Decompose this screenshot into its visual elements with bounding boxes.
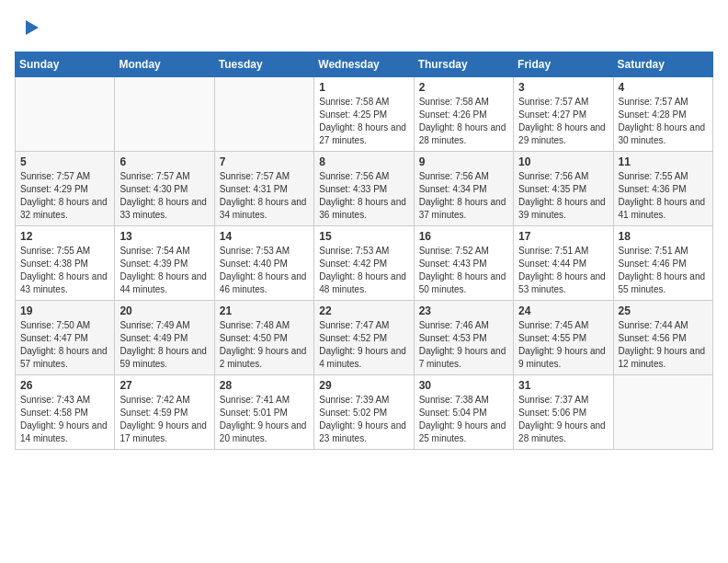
- daylight-text: Daylight: 9 hours and 17 minutes.: [119, 420, 207, 443]
- day-number: 24: [518, 304, 608, 317]
- sunrise-text: Sunrise: 7:52 AM: [419, 246, 489, 256]
- day-number: 3: [518, 81, 608, 94]
- sunrise-text: Sunrise: 7:51 AM: [518, 246, 588, 256]
- sunset-text: Sunset: 4:39 PM: [119, 259, 188, 269]
- day-number: 22: [319, 304, 408, 317]
- calendar-cell: 12Sunrise: 7:55 AMSunset: 4:38 PMDayligh…: [16, 226, 115, 301]
- calendar-cell: 1Sunrise: 7:58 AMSunset: 4:25 PMDaylight…: [314, 77, 414, 152]
- day-number: 7: [220, 155, 309, 168]
- day-number: 31: [518, 379, 608, 392]
- daylight-text: Daylight: 8 hours and 50 minutes.: [419, 271, 506, 294]
- sunset-text: Sunset: 4:59 PM: [119, 408, 188, 418]
- sunset-text: Sunset: 4:55 PM: [518, 333, 586, 343]
- day-number: 13: [119, 230, 209, 243]
- sunset-text: Sunset: 4:44 PM: [518, 259, 586, 269]
- day-number: 1: [319, 81, 408, 94]
- day-info: Sunrise: 7:57 AMSunset: 4:30 PMDaylight:…: [119, 170, 209, 222]
- day-number: 2: [419, 81, 508, 94]
- sunset-text: Sunset: 4:58 PM: [20, 408, 88, 418]
- day-number: 17: [518, 230, 608, 243]
- day-info: Sunrise: 7:47 AMSunset: 4:52 PMDaylight:…: [319, 319, 408, 371]
- sunset-text: Sunset: 4:42 PM: [319, 259, 387, 269]
- sunset-text: Sunset: 4:26 PM: [419, 109, 487, 120]
- calendar-cell: 24Sunrise: 7:45 AMSunset: 4:55 PMDayligh…: [514, 301, 613, 375]
- calendar-cell: 4Sunrise: 7:57 AMSunset: 4:28 PMDaylight…: [613, 77, 712, 152]
- calendar-cell: 16Sunrise: 7:52 AMSunset: 4:43 PMDayligh…: [414, 226, 513, 301]
- day-info: Sunrise: 7:58 AMSunset: 4:25 PMDaylight:…: [319, 96, 408, 147]
- day-info: Sunrise: 7:48 AMSunset: 4:50 PMDaylight:…: [220, 319, 309, 371]
- day-number: 21: [220, 304, 309, 317]
- calendar-cell: 28Sunrise: 7:41 AMSunset: 5:01 PMDayligh…: [214, 375, 313, 450]
- daylight-text: Daylight: 8 hours and 41 minutes.: [619, 197, 706, 220]
- logo: [15, 15, 42, 40]
- day-info: Sunrise: 7:57 AMSunset: 4:29 PMDaylight:…: [20, 170, 109, 222]
- day-info: Sunrise: 7:56 AMSunset: 4:34 PMDaylight:…: [419, 170, 508, 222]
- sunset-text: Sunset: 4:46 PM: [619, 259, 687, 269]
- day-info: Sunrise: 7:57 AMSunset: 4:31 PMDaylight:…: [220, 170, 309, 222]
- sunrise-text: Sunrise: 7:55 AM: [619, 171, 688, 181]
- daylight-text: Daylight: 9 hours and 2 minutes.: [220, 346, 307, 369]
- sunrise-text: Sunrise: 7:57 AM: [20, 171, 90, 181]
- day-number: 26: [20, 379, 109, 392]
- day-number: 23: [419, 304, 508, 317]
- daylight-text: Daylight: 9 hours and 9 minutes.: [518, 346, 606, 369]
- daylight-text: Daylight: 9 hours and 4 minutes.: [319, 346, 406, 369]
- weekday-header-friday: Friday: [514, 52, 613, 77]
- calendar-cell: 15Sunrise: 7:53 AMSunset: 4:42 PMDayligh…: [314, 226, 414, 301]
- sunset-text: Sunset: 4:43 PM: [419, 259, 487, 269]
- daylight-text: Daylight: 8 hours and 44 minutes.: [119, 271, 207, 294]
- day-number: 4: [619, 81, 708, 94]
- calendar-cell: 3Sunrise: 7:57 AMSunset: 4:27 PMDaylight…: [514, 77, 613, 152]
- calendar-week-row: 12Sunrise: 7:55 AMSunset: 4:38 PMDayligh…: [16, 226, 713, 301]
- calendar-cell: 13Sunrise: 7:54 AMSunset: 4:39 PMDayligh…: [115, 226, 214, 301]
- calendar-cell: 30Sunrise: 7:38 AMSunset: 5:04 PMDayligh…: [414, 375, 513, 450]
- day-info: Sunrise: 7:45 AMSunset: 4:55 PMDaylight:…: [518, 319, 608, 371]
- day-info: Sunrise: 7:55 AMSunset: 4:38 PMDaylight:…: [20, 245, 109, 296]
- day-info: Sunrise: 7:41 AMSunset: 5:01 PMDaylight:…: [220, 394, 309, 445]
- weekday-header-tuesday: Tuesday: [214, 52, 313, 77]
- sunset-text: Sunset: 4:25 PM: [319, 109, 387, 120]
- day-number: 29: [319, 379, 408, 392]
- sunrise-text: Sunrise: 7:37 AM: [518, 395, 588, 405]
- sunset-text: Sunset: 4:53 PM: [419, 333, 487, 343]
- daylight-text: Daylight: 9 hours and 12 minutes.: [619, 346, 706, 369]
- sunrise-text: Sunrise: 7:45 AM: [518, 320, 588, 330]
- sunrise-text: Sunrise: 7:44 AM: [619, 320, 688, 330]
- calendar-week-row: 1Sunrise: 7:58 AMSunset: 4:25 PMDaylight…: [16, 77, 713, 152]
- day-info: Sunrise: 7:56 AMSunset: 4:33 PMDaylight:…: [319, 170, 408, 222]
- day-info: Sunrise: 7:43 AMSunset: 4:58 PMDaylight:…: [20, 394, 109, 445]
- sunrise-text: Sunrise: 7:57 AM: [518, 97, 588, 107]
- weekday-header-saturday: Saturday: [613, 52, 712, 77]
- sunset-text: Sunset: 4:34 PM: [419, 184, 487, 194]
- day-info: Sunrise: 7:55 AMSunset: 4:36 PMDaylight:…: [619, 170, 708, 222]
- daylight-text: Daylight: 8 hours and 36 minutes.: [319, 197, 406, 220]
- day-number: 20: [119, 304, 209, 317]
- calendar-cell: 22Sunrise: 7:47 AMSunset: 4:52 PMDayligh…: [314, 301, 414, 375]
- daylight-text: Daylight: 8 hours and 46 minutes.: [220, 271, 307, 294]
- sunrise-text: Sunrise: 7:46 AM: [419, 320, 489, 330]
- logo-icon: [17, 15, 42, 40]
- sunrise-text: Sunrise: 7:57 AM: [220, 171, 290, 181]
- daylight-text: Daylight: 9 hours and 20 minutes.: [220, 420, 307, 443]
- daylight-text: Daylight: 8 hours and 33 minutes.: [119, 197, 207, 220]
- page-header: [15, 15, 713, 40]
- calendar-cell: 10Sunrise: 7:56 AMSunset: 4:35 PMDayligh…: [514, 152, 613, 226]
- day-number: 14: [220, 230, 309, 243]
- day-info: Sunrise: 7:57 AMSunset: 4:28 PMDaylight:…: [619, 96, 708, 147]
- sunrise-text: Sunrise: 7:56 AM: [419, 171, 489, 181]
- sunset-text: Sunset: 5:02 PM: [319, 408, 387, 418]
- weekday-header-monday: Monday: [115, 52, 214, 77]
- day-number: 11: [619, 155, 708, 168]
- sunset-text: Sunset: 4:47 PM: [20, 333, 88, 343]
- day-info: Sunrise: 7:37 AMSunset: 5:06 PMDaylight:…: [518, 394, 608, 445]
- sunset-text: Sunset: 5:01 PM: [220, 408, 288, 418]
- day-info: Sunrise: 7:49 AMSunset: 4:49 PMDaylight:…: [119, 319, 209, 371]
- sunrise-text: Sunrise: 7:54 AM: [119, 246, 189, 256]
- sunrise-text: Sunrise: 7:58 AM: [319, 97, 389, 107]
- calendar-cell: [214, 77, 313, 152]
- day-info: Sunrise: 7:39 AMSunset: 5:02 PMDaylight:…: [319, 394, 408, 445]
- sunrise-text: Sunrise: 7:58 AM: [419, 97, 489, 107]
- calendar-cell: 25Sunrise: 7:44 AMSunset: 4:56 PMDayligh…: [613, 301, 712, 375]
- sunset-text: Sunset: 4:38 PM: [20, 259, 88, 269]
- sunrise-text: Sunrise: 7:57 AM: [619, 97, 688, 107]
